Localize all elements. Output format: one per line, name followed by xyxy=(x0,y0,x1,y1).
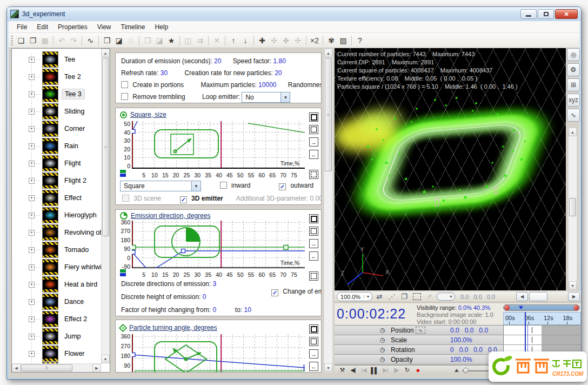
select-all-keys-button[interactable] xyxy=(309,214,318,223)
creation-rate-value[interactable]: 20 xyxy=(275,69,282,77)
slider-knob[interactable] xyxy=(463,368,469,373)
emitter-thumbnail[interactable] xyxy=(42,276,58,293)
tree-expander-icon[interactable] xyxy=(29,334,35,340)
duration-value[interactable]: 20 xyxy=(214,57,221,65)
emitter-thumbnail[interactable] xyxy=(42,121,58,137)
position-curve-icon[interactable]: ∿ xyxy=(416,327,425,334)
menu-item[interactable]: Help xyxy=(150,22,173,32)
loop-icon[interactable]: ↻ xyxy=(402,366,412,375)
scroll-left-button[interactable]: ◀ xyxy=(12,364,21,373)
tree-expander-icon[interactable] xyxy=(29,126,35,132)
copy-view-icon[interactable]: ❐ xyxy=(399,292,410,302)
tree-expander-icon[interactable] xyxy=(29,316,35,322)
axes-xyz-icon[interactable]: xyz xyxy=(567,94,580,107)
square-size-title[interactable]: Square, size xyxy=(130,111,166,118)
scroll-down-button[interactable]: ▼ xyxy=(101,355,110,363)
tree-expander-icon[interactable] xyxy=(29,74,35,80)
zoom-select[interactable]: 100.0% ▼ xyxy=(337,292,372,301)
branch-icon[interactable]: ⇉ xyxy=(194,35,206,47)
sidebar-item-hieroglyph[interactable]: Hieroglyph xyxy=(12,207,101,224)
emitter-list-hscrollbar[interactable]: ◀ ⦀ ▶ xyxy=(12,363,101,372)
scroll-up-button[interactable]: ▲ xyxy=(101,49,110,57)
folder-play-icon[interactable]: ◫ xyxy=(182,35,194,47)
new-clip-star-icon[interactable]: ◪ xyxy=(153,35,165,47)
refresh-rate-value[interactable]: 30 xyxy=(161,69,168,77)
pause-icon[interactable]: ▌▌ xyxy=(369,366,380,375)
sidebar-item-fiery-whirlwind[interactable]: Fiery whirlwind xyxy=(12,258,101,276)
toolbar-grip[interactable] xyxy=(11,36,13,45)
minimize-button[interactable] xyxy=(520,9,537,19)
emitter-thumbnail[interactable] xyxy=(42,224,58,241)
stopwatch-icon[interactable]: ◷ xyxy=(380,356,385,363)
sidebar-item-tornado[interactable]: Tornado xyxy=(12,241,101,258)
nodes-graph3-icon[interactable]: ✢ xyxy=(292,35,304,47)
timeline-ruler[interactable]: 00s06s12s18s xyxy=(503,312,581,325)
emitter-label[interactable]: Flight xyxy=(62,158,84,168)
visibility-range-value-2[interactable]: 40.3% xyxy=(473,304,490,311)
open-icon[interactable]: ❐ xyxy=(27,35,39,47)
next-key-button[interactable]: → xyxy=(309,349,318,359)
emitter-label[interactable]: Sliding xyxy=(62,107,88,116)
emitter-thumbnail[interactable] xyxy=(42,86,58,102)
empty-select[interactable]: ▼ xyxy=(437,293,455,301)
prev-key-button[interactable]: ← xyxy=(309,150,318,159)
sidebar-item-flower[interactable]: Flower xyxy=(12,345,101,362)
new-folder-star-icon[interactable]: ❒ xyxy=(142,35,153,47)
image-icon[interactable]: ▨ xyxy=(337,35,349,47)
emitter-label[interactable]: Effect xyxy=(62,193,84,203)
selection-box-icon[interactable] xyxy=(411,292,422,302)
emission-direction-plot[interactable] xyxy=(132,221,305,268)
outward-checkbox[interactable] xyxy=(279,183,286,190)
scroll-up-button[interactable]: ▲ xyxy=(569,128,577,136)
move-cross-icon[interactable]: ✚ xyxy=(256,35,268,47)
scroll-down-button[interactable]: ▼ xyxy=(569,281,577,290)
hscroll-thumb[interactable]: ⦀ xyxy=(21,364,72,371)
menu-item[interactable]: Properties xyxy=(53,22,92,32)
scroll-right-button[interactable]: ▶ xyxy=(568,292,580,301)
tree-expander-icon[interactable] xyxy=(29,109,35,115)
emitter-label[interactable]: Flight 2 xyxy=(62,176,89,185)
orbit-camera-icon[interactable]: ◎ xyxy=(567,48,580,61)
emitter-thumbnail[interactable] xyxy=(42,311,58,327)
remove-trembling-checkbox[interactable] xyxy=(121,93,128,100)
emitter-thumbnail[interactable] xyxy=(42,346,58,362)
select-all-keys-button[interactable] xyxy=(309,112,318,122)
viewport-3d[interactable]: Y X Z Current number of particles: 7443 … xyxy=(335,48,566,290)
help-icon[interactable]: ? xyxy=(354,35,366,47)
select-all-keys-button[interactable] xyxy=(309,324,318,334)
delete-icon[interactable]: ✕ xyxy=(211,35,223,47)
tree-expander-icon[interactable] xyxy=(29,351,35,357)
additional-3d-value[interactable]: 0.00 xyxy=(310,195,322,202)
vscroll-thumb[interactable] xyxy=(569,198,576,216)
stopwatch-icon[interactable]: ◷ xyxy=(380,346,385,353)
particle-turning-angle-title[interactable]: Particle turning angle, degrees xyxy=(129,324,217,331)
emitter-label[interactable]: Tornado xyxy=(62,245,91,255)
menu-item[interactable]: File xyxy=(12,22,32,32)
emitter-label[interactable]: Rain xyxy=(62,141,81,151)
next-key-button[interactable]: → xyxy=(309,137,318,147)
discrete-directions-value[interactable]: 3 xyxy=(212,280,216,288)
deselect-keys-button[interactable] xyxy=(309,125,318,134)
tree-expander-icon[interactable] xyxy=(29,213,35,218)
playhead-marker-icon[interactable] xyxy=(519,306,523,309)
diamond-parameter-icon[interactable] xyxy=(119,323,128,332)
emitter-label[interactable]: Flower xyxy=(62,349,88,359)
timecode-display[interactable]: 0:00:02:22 xyxy=(337,306,406,322)
emitter-thumbnail[interactable] xyxy=(42,103,58,120)
swap-view-icon[interactable]: ⇄ xyxy=(374,292,385,302)
tree-expander-icon[interactable] xyxy=(29,230,35,236)
step-forward-icon[interactable]: |▶ xyxy=(391,366,402,375)
tree-expander-icon[interactable] xyxy=(29,57,35,63)
emitter-label[interactable]: Tee 2 xyxy=(62,72,84,82)
tree-expander-icon[interactable] xyxy=(29,91,35,97)
maximum-particles-value[interactable]: 10000 xyxy=(258,81,276,89)
emitter-label[interactable]: Effect 2 xyxy=(62,314,90,324)
new-icon[interactable]: ❏ xyxy=(15,35,27,47)
track-value[interactable]: 100.0% xyxy=(450,356,472,363)
deselect-keys-button[interactable] xyxy=(309,227,318,236)
star-icon[interactable]: ☆ xyxy=(125,35,137,47)
background-image-icon[interactable]: ↗ xyxy=(424,292,435,302)
tree-expander-icon[interactable] xyxy=(29,161,35,167)
emitter-label[interactable]: Dance xyxy=(62,297,86,307)
menu-item[interactable]: Edit xyxy=(32,22,53,32)
